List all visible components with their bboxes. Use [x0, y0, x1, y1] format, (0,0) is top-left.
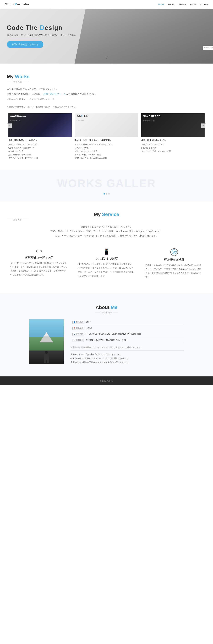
about-message: 私のモットーは「お客様に誠実にいただくこと」です。 技術や知識のこと密なコミュニ… [71, 352, 184, 364]
hero-title: Code The Design [7, 24, 77, 32]
works-desc-1: これまで自主制作してきたサイト一覧になります。 [7, 87, 206, 91]
gallery-dot-3[interactable] [108, 193, 110, 194]
service-card-1: < > W3C準拠コーディング 頂いたデザインカンプを元にW3Cに準拠したコーデ… [7, 245, 71, 282]
about-info: 👤 制作者名 Shito 📍 活動拠点 山梨県 [71, 319, 184, 364]
info-row-language: 💻 使用言語 HTML / CSS / SCSS / EJS / JavaScr… [71, 331, 184, 337]
works-thumb-2[interactable]: Shito Portfolio Portfolio site [75, 113, 138, 137]
service-card-desc-2: SEO対策の面においてもレスポンシブ対応は人が重要です。パソコンに限らずスマホや… [78, 262, 135, 278]
hero-bg-keyboard [75, 8, 213, 64]
recaptcha-badge: reCAPTCHA [203, 46, 213, 50]
works-note-2: その際お手数ですが、ユーザー名:Shito パスワード:2022をご入力ください… [7, 105, 206, 109]
service-intro: Webサイトのコーディング作業を請っております。 W3Cに準拠した上でのレスポン… [7, 225, 206, 238]
nav-works[interactable]: Works [168, 3, 174, 6]
gallery-dots [0, 193, 213, 194]
works-card-1: TOEFL対策はExpress 英語学習 サイト 仮想：英語学習スクールサイト … [7, 113, 73, 160]
hero-cta-button[interactable]: お問い合わせはこちらから [7, 41, 43, 48]
logo-accent: P [15, 2, 17, 6]
service-card-2: 📱 レスポンシブ対応 SEO対策の面においてもレスポンシブ対応は人が重要です。パ… [74, 245, 139, 282]
works-card-title-3: 仮想：映像制作会社サイト [141, 139, 205, 142]
hero-title-accent: D [40, 24, 45, 31]
works-card-desc-1: トップ・下層6ページコーディング WordPress導入・カスタマイズ レスポン… [8, 143, 72, 160]
about-subtitle: 制作者紹介 [7, 311, 206, 314]
service-subtitle: 業務内容 [7, 218, 206, 221]
works-card-title-2: 自社ポートフォリオサイト（都度更新） [75, 139, 138, 142]
gallery-dot-2[interactable] [106, 193, 107, 194]
about-photo [29, 319, 64, 364]
info-label-name: 👤 制作者名 [72, 321, 84, 324]
about-info-table: 👤 制作者名 Shito 📍 活動拠点 山梨県 [71, 319, 184, 343]
carousel-next-button[interactable]: ＞ [201, 124, 206, 128]
gallery-banner: WORKS GALLER [0, 170, 213, 202]
works-title-accent: Works [15, 74, 30, 79]
works-carousel: ＜ TOEFL対策はExpress 英語学習 サイト 仮想：英語学習スクールサイ… [7, 113, 206, 160]
service-section: My Service 業務内容 Webサイトのコーディング作業を請っております。… [0, 202, 213, 293]
hero-content: Code The Design 質の高いコーディングを提供するWebサイト構築パ… [7, 24, 77, 48]
works-card-title-1: 仮想：英語学習スクールサイト [8, 139, 72, 142]
service-cards-container: < > W3C準拠コーディング 頂いたデザインカンプを元にW3Cに準拠したコーデ… [7, 245, 206, 282]
nav-contact[interactable]: Contact [200, 3, 208, 6]
works-note-1: ※サムネイル画像クリックでサイト遷移いたします。 [7, 98, 206, 101]
info-label-env: ⚙ 制作環境 [73, 339, 84, 342]
gallery-dot-1[interactable] [103, 193, 105, 194]
service-card-3: Ⓦ WordPress構築 既存テーマのカスタマイズや静的サイトへのWordPr… [142, 245, 206, 282]
carousel-prev-button[interactable]: ＜ [7, 124, 12, 128]
works-thumb-3[interactable]: MOVE HEART. 映像制作会社サイト [141, 113, 205, 137]
works-title: My Works [7, 74, 206, 79]
works-card-2: Shito Portfolio Portfolio site 自社ポートフォリオ… [73, 113, 140, 160]
service-card-title-3: WordPress構築 [145, 258, 203, 262]
works-desc-2: 実案件の実績を掲載したい場合は、 お問い合わせフォーム からお気軽にご連絡くださ… [7, 92, 206, 96]
works-contact-link[interactable]: お問い合わせフォーム [43, 93, 66, 95]
service-card-title-2: レスポンシブ対応 [78, 257, 135, 260]
service-title-accent: Service [102, 212, 119, 217]
footer: © Shito Portfolio [0, 376, 213, 385]
nav-about[interactable]: About [190, 3, 196, 6]
nav-service[interactable]: Service [179, 3, 186, 6]
works-thumb-1[interactable]: TOEFL対策はExpress 英語学習 サイト [8, 113, 72, 137]
works-section: My Works 制作実績 これまで自主制作してきたサイト一覧になります。 実案… [0, 64, 213, 170]
info-label-location: 📍 活動拠点 [72, 327, 84, 330]
svg-marker-1 [44, 332, 49, 336]
hero-subtitle: 質の高いコーディングを提供するWebサイト構築パートナー「Shito」 [7, 34, 77, 37]
gallery-text: WORKS GALLER [0, 177, 213, 190]
service-icon-responsive: 📱 [78, 248, 135, 255]
service-card-title-1: W3C準拠コーディング [10, 256, 68, 260]
navbar: Shito Portfolio Home Works Service About… [0, 0, 213, 8]
hero-section: Code The Design 質の高いコーディングを提供するWebサイト構築パ… [0, 8, 213, 64]
service-card-desc-3: 既存テーマのカスタマイズや静的サイトへのWordPressの導入、オリジナルテー… [145, 263, 203, 279]
footer-copyright: © Shito Portfolio [4, 380, 209, 382]
about-title: About Me [7, 305, 206, 310]
about-title-accent: Me [111, 305, 117, 310]
works-subtitle: 制作実績 [7, 80, 206, 83]
service-card-desc-1: 頂いたデザインカンプを元にW3Cに準拠したコーディングを行います。また、Java… [10, 261, 68, 277]
about-note: ※継続請求発注事業者です。インボイス対応により安心してお取引頂けます。 [71, 346, 184, 350]
works-card-3: MOVE HEART. 映像制作会社サイト 仮想：映像制作会社サイト トップペー… [140, 113, 206, 160]
works-card-desc-2: トップ・下層1ページコーディング/デザイン レスポンシブ対応 お問い合わせフォー… [75, 143, 138, 160]
service-icon-coding: < > [10, 248, 68, 254]
works-card-desc-3: トップページコーディング レスポンシブ対応 サブドメイン取得、FTP接続、公開 [141, 143, 205, 153]
nav-home[interactable]: Home [158, 3, 164, 6]
info-label-language: 💻 使用言語 [72, 333, 84, 336]
nav-links: Home Works Service About Contact [158, 3, 208, 6]
info-row-env: ⚙ 制作環境 webpack / gulp / vscode / Adobe X… [71, 337, 184, 343]
about-section: About Me 制作者紹介 [0, 293, 213, 376]
info-row-location: 📍 活動拠点 山梨県 [71, 325, 184, 331]
service-title: My Service [7, 212, 206, 217]
scroll-down-icon: ∨ [105, 55, 108, 60]
service-icon-wordpress: Ⓦ [170, 248, 178, 256]
info-row-name: 👤 制作者名 Shito [71, 319, 184, 325]
site-logo[interactable]: Shito Portfolio [5, 2, 29, 6]
about-inner: 👤 制作者名 Shito 📍 活動拠点 山梨県 [29, 319, 184, 364]
works-cards-container: TOEFL対策はExpress 英語学習 サイト 仮想：英語学習スクールサイト … [7, 113, 206, 160]
